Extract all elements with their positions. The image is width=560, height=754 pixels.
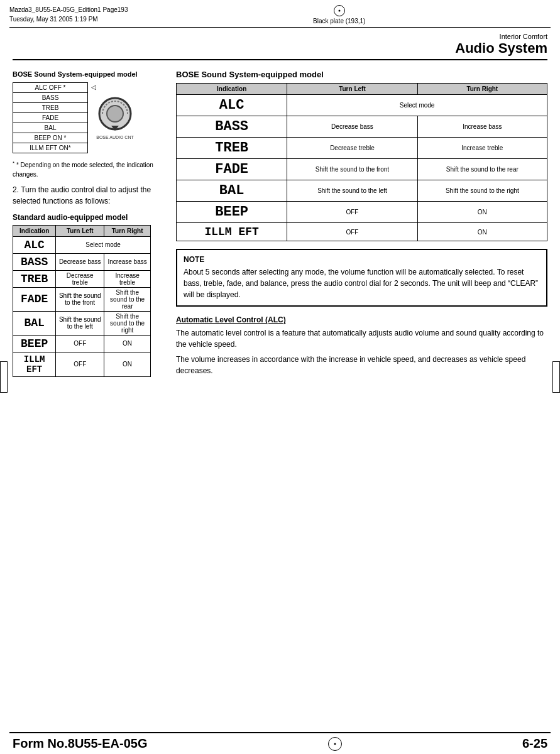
std-row-bass-indication: BASS xyxy=(13,253,56,270)
bose-row-bass-left: Decrease bass xyxy=(287,116,417,138)
std-row-fade-left: Shift the sound to the front xyxy=(56,287,104,311)
bose-menu-alc: ALC OFF * ◁ xyxy=(13,83,87,93)
std-th-indication: Indication xyxy=(13,225,56,236)
std-row-beep-indication: BEEP xyxy=(13,335,56,352)
header-left: Mazda3_8U55-EA-05G_Edition1 Page193 Tues… xyxy=(9,5,128,24)
bose-table-title: BOSE Sound System-equipped model xyxy=(176,70,547,79)
chapter-title: Audio System xyxy=(13,40,547,57)
bose-menu-bass: BASS xyxy=(13,93,87,103)
std-row-fade-right: Shift the sound to the rear xyxy=(104,287,151,311)
bose-row-bal-left: Shift the sound to the left xyxy=(287,180,417,202)
left-margin-marker xyxy=(0,361,8,393)
bose-row-bal-right: Shift the sound to the right xyxy=(417,180,547,202)
std-row-illm-right: ON xyxy=(104,352,151,376)
bose-menu-treb: TREB xyxy=(13,103,87,113)
table-row: TREB Decrease treble Increase treble xyxy=(177,138,547,159)
step-text: 2. Turn the audio control dial to adjust… xyxy=(13,184,163,207)
table-row: ALC Select mode xyxy=(177,95,547,116)
table-row: ILLM EFT OFF ON xyxy=(13,352,151,376)
arrow-alc-icon: ◁ xyxy=(91,84,96,90)
page-footer: Form No.8U55-EA-05G 6-25 xyxy=(0,732,560,754)
std-table: Indication Turn Left Turn Right ALC Sele… xyxy=(13,225,151,377)
std-row-illm-left: OFF xyxy=(56,352,104,376)
bose-menu-fade: FADE xyxy=(13,113,87,123)
bose-th-turnleft: Turn Left xyxy=(287,84,417,95)
header-line1: Mazda3_8U55-EA-05G_Edition1 Page193 xyxy=(9,5,128,14)
dial-container: BOSE AUDIO CNT xyxy=(96,82,134,153)
table-row: TREB Decrease treble Increase treble xyxy=(13,270,151,287)
footnote: * * Depending on the mode selected, the … xyxy=(13,160,163,178)
bose-menu-bal: BAL xyxy=(13,123,87,133)
table-row: FADE Shift the sound to the front Shift … xyxy=(177,159,547,180)
note-text: About 5 seconds after selecting any mode… xyxy=(184,266,540,300)
table-row: BAL Shift the sound to the left Shift th… xyxy=(177,180,547,202)
std-table-title: Standard audio-equipped model xyxy=(13,213,163,222)
std-row-fade-indication: FADE xyxy=(13,287,56,311)
bose-row-alc-mode: Select mode xyxy=(287,95,547,116)
note-box: NOTE About 5 seconds after selecting any… xyxy=(176,249,547,307)
std-row-bal-left: Shift the sound to the left xyxy=(56,311,104,335)
alc-para2: The volume increases in accordance with … xyxy=(176,354,547,376)
header-center: Black plate (193,1) xyxy=(313,5,365,25)
bose-th-indication: Indication xyxy=(177,84,287,95)
bose-row-treb-left: Decrease treble xyxy=(287,138,417,159)
header-center-text: Black plate (193,1) xyxy=(313,18,365,25)
bose-row-illm-indication: ILLM EFT xyxy=(177,223,287,241)
bose-table: Indication Turn Left Turn Right ALC Sele… xyxy=(176,83,547,241)
bose-row-bass-right: Increase bass xyxy=(417,116,547,138)
page-header: Mazda3_8U55-EA-05G_Edition1 Page193 Tues… xyxy=(0,0,560,27)
table-row: BAL Shift the sound to the left Shift th… xyxy=(13,311,151,335)
right-margin-marker xyxy=(552,361,560,393)
table-row: ALC Select mode xyxy=(13,236,151,253)
bose-row-fade-right: Shift the sound to the rear xyxy=(417,159,547,180)
alc-para1: The automatic level control is a feature… xyxy=(176,327,547,350)
bose-row-bal-indication: BAL xyxy=(177,180,287,202)
bose-row-beep-left: OFF xyxy=(287,202,417,223)
table-row: FADE Shift the sound to the front Shift … xyxy=(13,287,151,311)
right-column: BOSE Sound System-equipped model Indicat… xyxy=(176,70,547,377)
alc-section: Automatic Level Control (ALC) The automa… xyxy=(176,315,547,376)
bose-label: BOSE Sound System-equipped model xyxy=(13,70,163,79)
svg-text:BOSE AUDIO CNT: BOSE AUDIO CNT xyxy=(96,135,134,139)
table-row: ILLM EFT OFF ON xyxy=(177,223,547,241)
table-row: BASS Decrease bass Increase bass xyxy=(177,116,547,138)
bose-row-alc-indication: ALC xyxy=(177,95,287,116)
bose-row-bass-indication: BASS xyxy=(177,116,287,138)
bose-row-treb-indication: TREB xyxy=(177,138,287,159)
std-row-bal-indication: BAL xyxy=(13,311,56,335)
table-row: BASS Decrease bass Increase bass xyxy=(13,253,151,270)
bose-menu-beep: BEEP ON * xyxy=(13,133,87,143)
table-row: BEEP OFF ON xyxy=(13,335,151,352)
std-row-illm-indication: ILLM EFT xyxy=(13,352,56,376)
std-row-alc-mode: Select mode xyxy=(56,236,151,253)
std-th-turnright: Turn Right xyxy=(104,225,151,236)
std-row-alc-indication: ALC xyxy=(13,236,56,253)
table-row: BEEP OFF ON xyxy=(177,202,547,223)
bose-row-illm-right: ON xyxy=(417,223,547,241)
header-circle-icon xyxy=(334,5,345,16)
bose-row-beep-right: ON xyxy=(417,202,547,223)
bose-th-turnright: Turn Right xyxy=(417,84,547,95)
section-name: Interior Comfort xyxy=(13,33,547,40)
dial-svg: BOSE AUDIO CNT xyxy=(96,96,134,140)
std-row-beep-left: OFF xyxy=(56,335,104,352)
bose-menu-illm: ILLM EFT ON* xyxy=(13,143,87,153)
std-row-treb-left: Decrease treble xyxy=(56,270,104,287)
std-row-bal-right: Shift the sound to the right xyxy=(104,311,151,335)
svg-point-1 xyxy=(107,106,123,122)
chapter-header: Interior Comfort Audio System xyxy=(0,28,560,58)
bose-menu: ALC OFF * ◁ BASS TREB FADE BAL BEEP ON *… xyxy=(13,82,88,153)
std-row-treb-indication: TREB xyxy=(13,270,56,287)
std-row-bass-left: Decrease bass xyxy=(56,253,104,270)
bose-diagram: ALC OFF * ◁ BASS TREB FADE BAL BEEP ON *… xyxy=(13,82,163,153)
bose-row-treb-right: Increase treble xyxy=(417,138,547,159)
footer-form-number: Form No.8U55-EA-05G xyxy=(13,736,148,751)
alc-title: Automatic Level Control (ALC) xyxy=(176,315,547,324)
note-title: NOTE xyxy=(184,255,540,264)
bose-row-fade-left: Shift the sound to the front xyxy=(287,159,417,180)
std-th-turnleft: Turn Left xyxy=(56,225,104,236)
footer-circle-icon xyxy=(328,737,342,751)
left-column: BOSE Sound System-equipped model ALC OFF… xyxy=(13,70,163,377)
std-row-treb-right: Increase treble xyxy=(104,270,151,287)
footer-content: Form No.8U55-EA-05G 6-25 xyxy=(0,733,560,754)
